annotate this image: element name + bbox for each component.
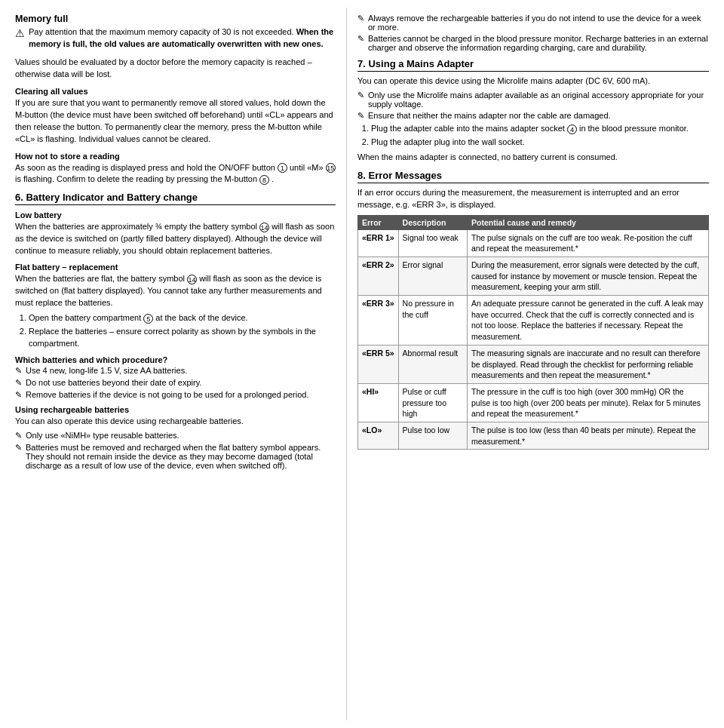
circle-14b: 14 bbox=[187, 275, 197, 284]
flat-battery-heading: Flat battery – replacement bbox=[15, 263, 336, 272]
how-not-body: As soon as the reading is displayed pres… bbox=[15, 162, 336, 186]
section-mains-adapter: 7. Using a Mains Adapter You can operate… bbox=[357, 58, 709, 164]
error-description: Signal too weak bbox=[398, 229, 467, 256]
error-remedy: The measuring signals are inaccurate and… bbox=[468, 345, 709, 383]
error-description: Error signal bbox=[398, 257, 467, 296]
error-header-remedy: Potential cause and remedy bbox=[468, 215, 709, 229]
right-column: ✎ Always remove the rechargeable batteri… bbox=[347, 8, 724, 720]
section-errors: 8. Error Messages If an error occurs dur… bbox=[357, 170, 709, 450]
flat-battery-list: Open the battery compartment 5 at the ba… bbox=[29, 312, 336, 350]
memory-body: Values should be evaluated by a doctor b… bbox=[15, 57, 336, 81]
circle-4: 4 bbox=[567, 124, 577, 134]
mains-adapter-bullet-1: ✎ Only use the Microlife mains adapter a… bbox=[357, 91, 709, 109]
mains-adapter-steps: Plug the adapter cable into the mains ad… bbox=[371, 123, 709, 149]
note-icon-4: ✎ bbox=[15, 431, 22, 441]
circle-14a: 14 bbox=[259, 223, 269, 232]
mains-top-bullet-1: ✎ Always remove the rechargeable batteri… bbox=[357, 14, 709, 32]
error-table-row: «ERR 3»No pressure in the cuffAn adequat… bbox=[358, 296, 709, 346]
error-description: Pulse too low bbox=[398, 422, 467, 449]
error-table: Error Description Potential cause and re… bbox=[357, 215, 709, 450]
error-description: No pressure in the cuff bbox=[398, 296, 467, 346]
flat-battery-body: When the batteries are flat, the battery… bbox=[15, 273, 336, 309]
mains-top-bullet-2: ✎ Batteries cannot be charged in the blo… bbox=[357, 34, 709, 52]
memory-full-heading: Memory full bbox=[15, 14, 336, 24]
mains-adapter-heading: 7. Using a Mains Adapter bbox=[357, 58, 709, 72]
note-icon-9: ✎ bbox=[357, 111, 364, 121]
error-table-row: «ERR 1»Signal too weakThe pulse signals … bbox=[358, 229, 709, 256]
error-code: «ERR 1» bbox=[358, 229, 399, 256]
flat-battery-step-1: Open the battery compartment 5 at the ba… bbox=[29, 312, 336, 324]
how-not-heading: How not to store a reading bbox=[15, 152, 336, 161]
error-code: «ERR 2» bbox=[358, 257, 399, 296]
clearing-body: If you are sure that you want to permane… bbox=[15, 97, 336, 146]
error-header-description: Description bbox=[398, 215, 467, 229]
rechargeable-heading: Using rechargeable batteries bbox=[15, 405, 336, 414]
section-memory-full: Memory full ⚠ Pay attention that the max… bbox=[15, 14, 336, 81]
error-code: «HI» bbox=[358, 383, 399, 422]
which-batteries-heading: Which batteries and which procedure? bbox=[15, 355, 336, 364]
section-mains-top-bullets: ✎ Always remove the rechargeable batteri… bbox=[357, 14, 709, 52]
error-table-row: «HI»Pulse or cuff pressure too highThe p… bbox=[358, 383, 709, 422]
error-remedy: The pulse signals on the cuff are too we… bbox=[468, 229, 709, 256]
left-column: Memory full ⚠ Pay attention that the max… bbox=[0, 8, 347, 720]
error-remedy: The pulse is too low (less than 40 beats… bbox=[468, 422, 709, 449]
section-clearing: Clearing all values If you are sure that… bbox=[15, 87, 336, 146]
note-icon-8: ✎ bbox=[357, 91, 364, 100]
circle-1: 1 bbox=[278, 163, 287, 173]
which-bullet-3: ✎ Remove batteries if the device is not … bbox=[15, 390, 336, 400]
error-code: «LO» bbox=[358, 422, 399, 449]
error-table-row: «ERR 5»Abnormal resultThe measuring sign… bbox=[358, 345, 709, 383]
warning-icon: ⚠ bbox=[15, 27, 25, 39]
note-icon-3: ✎ bbox=[15, 390, 22, 400]
mains-adapter-intro: You can operate this device using the Mi… bbox=[357, 75, 709, 88]
battery-heading: 6. Battery Indicator and Battery change bbox=[15, 192, 336, 205]
error-table-row: «LO»Pulse too lowThe pulse is too low (l… bbox=[358, 422, 709, 449]
errors-intro: If an error occurs during the measuremen… bbox=[357, 187, 709, 211]
circle-5: 5 bbox=[143, 314, 153, 324]
note-icon-5: ✎ bbox=[15, 443, 22, 453]
section-how-not-store: How not to store a reading As soon as th… bbox=[15, 152, 336, 186]
error-table-row: «ERR 2»Error signalDuring the measuremen… bbox=[358, 257, 709, 296]
error-description: Abnormal result bbox=[398, 345, 467, 383]
error-code: «ERR 3» bbox=[358, 296, 399, 346]
low-battery-heading: Low battery bbox=[15, 210, 336, 220]
mains-adapter-footer: When the mains adapter is connected, no … bbox=[357, 152, 709, 164]
errors-heading: 8. Error Messages bbox=[357, 170, 709, 183]
which-batteries-list: ✎ Use 4 new, long-life 1.5 V, size AA ba… bbox=[15, 366, 336, 400]
note-icon-6: ✎ bbox=[357, 14, 364, 23]
rechargeable-bullet-2: ✎ Batteries must be removed and recharge… bbox=[15, 443, 336, 470]
which-bullet-2: ✎ Do not use batteries beyond their date… bbox=[15, 378, 336, 388]
note-icon-1: ✎ bbox=[15, 366, 22, 376]
flat-battery-step-2: Replace the batteries – ensure correct p… bbox=[29, 326, 336, 350]
rechargeable-bullet-1: ✎ Only use «NiMH» type reusable batterie… bbox=[15, 431, 336, 441]
rechargeable-body: You can also operate this device using r… bbox=[15, 416, 336, 428]
which-bullet-1: ✎ Use 4 new, long-life 1.5 V, size AA ba… bbox=[15, 366, 336, 376]
note-icon-2: ✎ bbox=[15, 378, 22, 388]
error-description: Pulse or cuff pressure too high bbox=[398, 383, 467, 422]
error-header-code: Error bbox=[358, 215, 399, 229]
mains-adapter-bullet-2: ✎ Ensure that neither the mains adapter … bbox=[357, 111, 709, 121]
rechargeable-list: ✎ Only use «NiMH» type reusable batterie… bbox=[15, 431, 336, 470]
error-remedy: During the measurement, error signals we… bbox=[468, 257, 709, 296]
clearing-heading: Clearing all values bbox=[15, 87, 336, 96]
note-icon-7: ✎ bbox=[357, 34, 364, 44]
mains-step-2: Plug the adapter plug into the wall sock… bbox=[371, 137, 709, 149]
circle-8: 8 bbox=[259, 175, 269, 185]
error-remedy: An adequate pressure cannot be generated… bbox=[468, 296, 709, 346]
circle-15: 15 bbox=[326, 163, 336, 173]
mains-step-1: Plug the adapter cable into the mains ad… bbox=[371, 123, 709, 135]
error-table-header-row: Error Description Potential cause and re… bbox=[358, 215, 709, 229]
low-battery-body: When the batteries are approximately ¾ e… bbox=[15, 221, 336, 257]
error-code: «ERR 5» bbox=[358, 345, 399, 383]
section-battery: 6. Battery Indicator and Battery change … bbox=[15, 192, 336, 469]
mains-adapter-bullet-list: ✎ Only use the Microlife mains adapter a… bbox=[357, 91, 709, 121]
memory-warning-text: Pay attention that the maximum memory ca… bbox=[29, 26, 336, 51]
error-remedy: The pressure in the cuff is too high (ov… bbox=[468, 383, 709, 422]
